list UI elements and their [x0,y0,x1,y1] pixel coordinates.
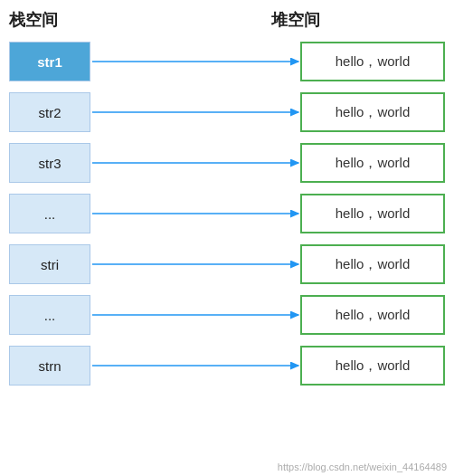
stack-cell-dots1: ... [9,194,90,233]
rows-wrapper: str1hello，worldstr2hello，worldstr3hello，… [0,38,454,389]
heap-cell-str1: hello，world [300,42,445,81]
stack-cell-dots2: ... [9,295,90,335]
row-str1: str1hello，world [9,38,445,85]
heap-header: 堆空间 [271,9,320,31]
arrow-area-stri [90,244,300,284]
stack-cell-stri: stri [9,244,90,284]
row-dots1: ...hello，world [9,190,445,237]
heap-cell-stri: hello，world [300,244,445,284]
arrow-area-str3 [90,143,300,183]
heap-cell-dots2: hello，world [300,295,445,335]
stack-cell-strn: strn [9,346,90,386]
row-stri: strihello，world [9,241,445,288]
row-dots2: ...hello，world [9,291,445,338]
main-container: 栈空间 堆空间 str1hello，worldstr2hello，worldst… [0,0,454,476]
stack-cell-str2: str2 [9,92,90,132]
arrow-area-str2 [90,92,300,132]
arrow-area-dots1 [90,194,300,233]
heap-cell-strn: hello，world [300,346,445,386]
watermark: https://blog.csdn.net/weixin_44164489 [278,462,447,472]
stack-cell-str3: str3 [9,143,90,183]
stack-cell-str1: str1 [9,42,90,81]
arrow-area-strn [90,346,300,386]
arrow-area-dots2 [90,295,300,335]
row-str3: str3hello，world [9,139,445,186]
heap-cell-str3: hello，world [300,143,445,183]
row-str2: str2hello，world [9,89,445,136]
arrow-area-str1 [90,42,300,81]
header-row: 栈空间 堆空间 [0,9,454,31]
row-strn: strnhello，world [9,342,445,389]
stack-header: 栈空间 [9,9,109,31]
heap-cell-dots1: hello，world [300,194,445,233]
heap-cell-str2: hello，world [300,92,445,132]
